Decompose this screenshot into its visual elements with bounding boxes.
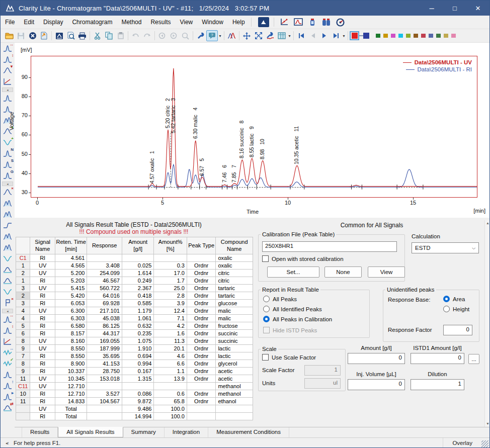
row-header[interactable]: 9 xyxy=(16,368,30,375)
use-scale-factor-checkbox[interactable] xyxy=(262,354,269,361)
table-cell[interactable]: 65.8 xyxy=(154,398,187,405)
table-row[interactable]: 9UV8.550187.9991.91020.1Ordnrlactic xyxy=(16,345,253,352)
table-cell[interactable]: 35.695 xyxy=(87,352,122,360)
table-cell[interactable]: Ordnr xyxy=(187,398,215,405)
table-cell[interactable] xyxy=(154,254,187,262)
area-radio[interactable] xyxy=(443,296,450,302)
valley-to-valley-icon[interactable] xyxy=(2,253,14,264)
column-header[interactable] xyxy=(16,237,30,254)
menu-window[interactable]: Window xyxy=(197,16,228,28)
dilution-input[interactable]: 1 xyxy=(411,379,464,390)
row-header[interactable]: 6 xyxy=(16,330,30,337)
table-cell[interactable]: Ordnr xyxy=(187,360,215,368)
table-cell[interactable]: RI xyxy=(30,398,55,405)
table-row[interactable]: 4UV6.300217.1011.17912.4Ordnrmalic xyxy=(16,307,253,315)
table-row[interactable]: 8RI8.90041.1530.9946.6Ordnrglycerol xyxy=(16,360,253,368)
undo-button[interactable] xyxy=(130,30,141,41)
table-cell[interactable]: 4.561 xyxy=(55,254,87,262)
column-header[interactable]: Compound Name xyxy=(216,237,253,254)
column-header[interactable]: Reten. Time [min] xyxy=(55,237,87,254)
row-header[interactable]: 1 xyxy=(16,262,30,270)
column-header[interactable]: Response xyxy=(87,237,122,254)
all-signals-result-table[interactable]: Signal NameReten. Time [min]ResponseAmou… xyxy=(16,237,253,420)
cancel-baseline-icon[interactable]: × xyxy=(2,297,14,308)
table-cell[interactable]: 13.9 xyxy=(154,375,187,383)
amount-input[interactable]: 0 xyxy=(348,353,405,364)
height-radio[interactable] xyxy=(443,306,450,312)
first-chromatogram-button[interactable] xyxy=(295,30,307,41)
row-header[interactable]: 2 xyxy=(16,292,30,300)
table-cell[interactable]: RI xyxy=(30,277,55,285)
table-row[interactable]: 11UV10.345153.0181.31513.9Ordnracetic xyxy=(16,375,253,383)
table-cell[interactable]: RI xyxy=(30,292,55,300)
table-cell[interactable]: 5.415 xyxy=(55,285,87,292)
table-cell[interactable]: 217.101 xyxy=(87,307,122,315)
row-header[interactable]: 2 xyxy=(16,270,30,277)
tab-all-signals-results[interactable]: All Signals Results xyxy=(58,427,123,437)
all-peaks-radio[interactable] xyxy=(263,296,270,302)
row-header[interactable]: 3 xyxy=(16,300,30,307)
table-row[interactable]: RITotal14.994100.0 xyxy=(16,413,253,420)
column-header[interactable]: Amount% [%] xyxy=(154,237,187,254)
table-row[interactable]: 4RI6.30345.0381.0617.1Ordnrmalic xyxy=(16,315,253,322)
fit-to-window-button[interactable] xyxy=(253,30,264,41)
table-cell[interactable] xyxy=(216,413,253,420)
shoulder-peak-icon[interactable] xyxy=(2,231,14,242)
table-cell[interactable] xyxy=(122,383,153,390)
scroll-down-icon[interactable]: ▼ xyxy=(485,421,490,427)
detector-color-swatch-5[interactable] xyxy=(406,34,411,38)
menu-method[interactable]: Method xyxy=(117,16,146,28)
table-cell[interactable]: malic xyxy=(216,307,253,315)
table-cell[interactable]: Ordnr xyxy=(187,262,215,270)
table-cell[interactable]: 8.550 xyxy=(55,345,87,352)
table-cell[interactable]: 0.025 xyxy=(122,262,153,270)
row-header[interactable]: 9 xyxy=(16,345,30,352)
table-cell[interactable]: 187.999 xyxy=(87,345,122,352)
detector-color-swatch-11[interactable] xyxy=(451,34,456,38)
scale-factor-input[interactable]: 1 xyxy=(304,365,341,376)
table-cell[interactable]: UV xyxy=(30,383,55,390)
row-header[interactable]: 3 xyxy=(16,285,30,292)
none-button[interactable]: None xyxy=(324,266,362,278)
chromatogram-window-icon[interactable] xyxy=(293,17,304,27)
table-cell[interactable]: 5.203 xyxy=(55,277,87,285)
table-cell[interactable]: 14.833 xyxy=(55,398,87,405)
table-cell[interactable]: Ordnr xyxy=(187,330,215,337)
hide-istd-checkbox[interactable] xyxy=(263,327,270,333)
column-header[interactable]: Peak Type xyxy=(187,237,215,254)
table-cell[interactable]: 4.6 xyxy=(154,352,187,360)
table-cell[interactable]: 25.0 xyxy=(154,285,187,292)
table-cell[interactable]: UV xyxy=(30,285,55,292)
detector-color-swatch-8[interactable] xyxy=(429,34,433,38)
table-cell[interactable]: 0.694 xyxy=(122,352,153,360)
row-header[interactable]: C11 xyxy=(16,383,30,390)
row-header[interactable]: C1 xyxy=(16,254,30,262)
row-header[interactable]: 1 xyxy=(16,277,30,285)
single-analysis-icon[interactable] xyxy=(307,17,318,27)
global-width-icon[interactable]: ↔ xyxy=(2,314,14,325)
tab-integration[interactable]: Integration xyxy=(165,427,208,437)
table-cell[interactable]: 86.125 xyxy=(87,322,122,330)
table-cell[interactable]: 0.167 xyxy=(122,368,153,375)
print-preview-button[interactable] xyxy=(65,30,76,41)
table-cell[interactable]: acetic xyxy=(216,368,253,375)
sequence-icon[interactable] xyxy=(321,17,332,27)
table-cell[interactable]: 8.900 xyxy=(55,360,87,368)
column-header[interactable]: Signal Name xyxy=(30,237,55,254)
table-cell[interactable]: 3.9 xyxy=(154,300,187,307)
open-stored-calibration-checkbox[interactable] xyxy=(262,255,269,262)
table-cell[interactable]: 64.016 xyxy=(87,292,122,300)
copy-button[interactable] xyxy=(103,30,115,41)
view-button[interactable]: View xyxy=(368,266,405,278)
redo-button[interactable] xyxy=(141,30,153,41)
table-cell[interactable]: succinic xyxy=(216,330,253,337)
peak-width-icon[interactable]: ↔ xyxy=(2,43,14,54)
table-cell[interactable]: Ordnr xyxy=(187,322,215,330)
signal-uv-color-swatch[interactable] xyxy=(350,31,359,40)
table-cell[interactable]: lactic xyxy=(216,345,253,352)
table-cell[interactable]: 6.303 xyxy=(55,315,87,322)
backward-horizon-icon[interactable] xyxy=(2,275,14,286)
table-cell[interactable]: RI xyxy=(30,360,55,368)
table-cell[interactable] xyxy=(122,254,153,262)
table-cell[interactable]: 1.614 xyxy=(122,270,153,277)
